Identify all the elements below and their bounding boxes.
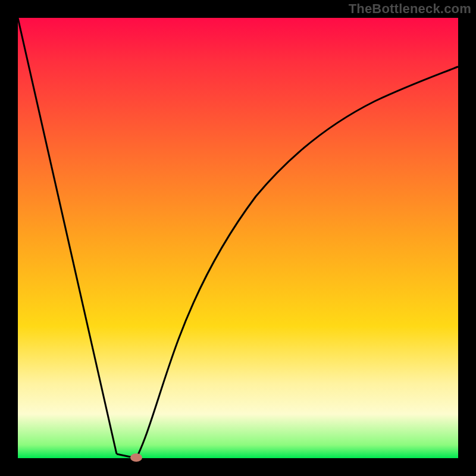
optimal-point-marker bbox=[130, 453, 142, 462]
bottleneck-curve bbox=[18, 18, 458, 458]
curve-left-segment bbox=[18, 18, 117, 454]
watermark-text: TheBottleneck.com bbox=[349, 1, 471, 17]
curve-right-segment bbox=[136, 67, 458, 458]
plot-area bbox=[18, 18, 458, 458]
chart-frame: TheBottleneck.com bbox=[0, 0, 476, 476]
